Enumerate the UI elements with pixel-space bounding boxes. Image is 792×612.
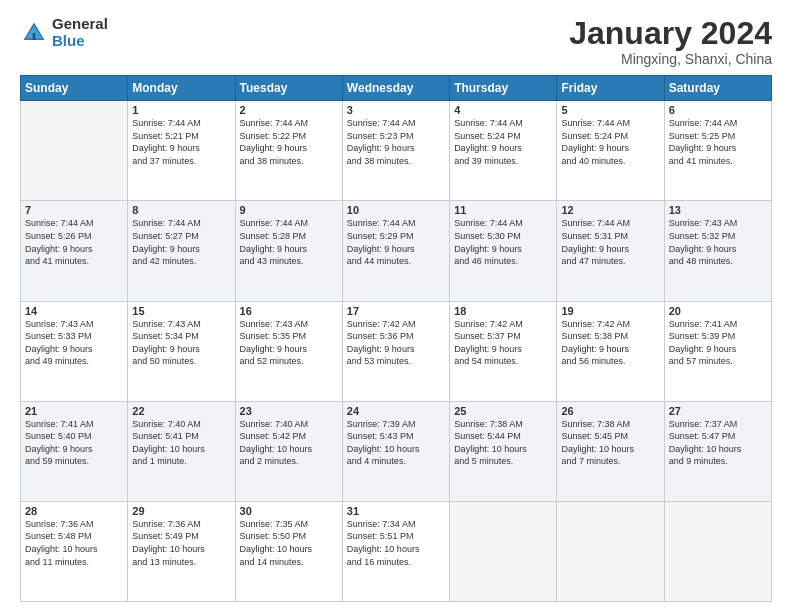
- calendar-cell: 31Sunrise: 7:34 AM Sunset: 5:51 PM Dayli…: [342, 501, 449, 601]
- calendar-cell: 9Sunrise: 7:44 AM Sunset: 5:28 PM Daylig…: [235, 201, 342, 301]
- day-number: 12: [561, 204, 659, 216]
- calendar-cell: 1Sunrise: 7:44 AM Sunset: 5:21 PM Daylig…: [128, 101, 235, 201]
- logo-icon: [20, 19, 48, 47]
- calendar-cell: 20Sunrise: 7:41 AM Sunset: 5:39 PM Dayli…: [664, 301, 771, 401]
- calendar-cell: 27Sunrise: 7:37 AM Sunset: 5:47 PM Dayli…: [664, 401, 771, 501]
- day-info: Sunrise: 7:36 AM Sunset: 5:49 PM Dayligh…: [132, 518, 230, 568]
- calendar-cell: 21Sunrise: 7:41 AM Sunset: 5:40 PM Dayli…: [21, 401, 128, 501]
- day-number: 5: [561, 104, 659, 116]
- calendar-cell: 18Sunrise: 7:42 AM Sunset: 5:37 PM Dayli…: [450, 301, 557, 401]
- calendar-cell: 13Sunrise: 7:43 AM Sunset: 5:32 PM Dayli…: [664, 201, 771, 301]
- day-number: 18: [454, 305, 552, 317]
- day-info: Sunrise: 7:41 AM Sunset: 5:40 PM Dayligh…: [25, 418, 123, 468]
- calendar-cell: 4Sunrise: 7:44 AM Sunset: 5:24 PM Daylig…: [450, 101, 557, 201]
- calendar-cell: 8Sunrise: 7:44 AM Sunset: 5:27 PM Daylig…: [128, 201, 235, 301]
- day-number: 9: [240, 204, 338, 216]
- day-info: Sunrise: 7:44 AM Sunset: 5:26 PM Dayligh…: [25, 217, 123, 267]
- day-number: 25: [454, 405, 552, 417]
- day-number: 7: [25, 204, 123, 216]
- calendar-cell: 26Sunrise: 7:38 AM Sunset: 5:45 PM Dayli…: [557, 401, 664, 501]
- calendar-cell: 3Sunrise: 7:44 AM Sunset: 5:23 PM Daylig…: [342, 101, 449, 201]
- day-number: 10: [347, 204, 445, 216]
- calendar-cell: 7Sunrise: 7:44 AM Sunset: 5:26 PM Daylig…: [21, 201, 128, 301]
- calendar-cell: 29Sunrise: 7:36 AM Sunset: 5:49 PM Dayli…: [128, 501, 235, 601]
- day-number: 29: [132, 505, 230, 517]
- calendar-cell: 11Sunrise: 7:44 AM Sunset: 5:30 PM Dayli…: [450, 201, 557, 301]
- day-number: 11: [454, 204, 552, 216]
- calendar-cell: 17Sunrise: 7:42 AM Sunset: 5:36 PM Dayli…: [342, 301, 449, 401]
- day-info: Sunrise: 7:35 AM Sunset: 5:50 PM Dayligh…: [240, 518, 338, 568]
- day-info: Sunrise: 7:40 AM Sunset: 5:41 PM Dayligh…: [132, 418, 230, 468]
- day-info: Sunrise: 7:44 AM Sunset: 5:23 PM Dayligh…: [347, 117, 445, 167]
- day-number: 30: [240, 505, 338, 517]
- day-number: 28: [25, 505, 123, 517]
- calendar-cell: 24Sunrise: 7:39 AM Sunset: 5:43 PM Dayli…: [342, 401, 449, 501]
- header: General Blue January 2024 Mingxing, Shan…: [20, 16, 772, 67]
- day-info: Sunrise: 7:44 AM Sunset: 5:24 PM Dayligh…: [454, 117, 552, 167]
- day-number: 8: [132, 204, 230, 216]
- day-info: Sunrise: 7:41 AM Sunset: 5:39 PM Dayligh…: [669, 318, 767, 368]
- calendar-week-row: 7Sunrise: 7:44 AM Sunset: 5:26 PM Daylig…: [21, 201, 772, 301]
- day-number: 15: [132, 305, 230, 317]
- day-info: Sunrise: 7:42 AM Sunset: 5:36 PM Dayligh…: [347, 318, 445, 368]
- day-number: 6: [669, 104, 767, 116]
- day-number: 26: [561, 405, 659, 417]
- day-number: 22: [132, 405, 230, 417]
- day-header-sunday: Sunday: [21, 76, 128, 101]
- calendar-cell: [557, 501, 664, 601]
- day-info: Sunrise: 7:38 AM Sunset: 5:44 PM Dayligh…: [454, 418, 552, 468]
- day-number: 16: [240, 305, 338, 317]
- calendar-cell: 10Sunrise: 7:44 AM Sunset: 5:29 PM Dayli…: [342, 201, 449, 301]
- calendar-week-row: 21Sunrise: 7:41 AM Sunset: 5:40 PM Dayli…: [21, 401, 772, 501]
- calendar-week-row: 1Sunrise: 7:44 AM Sunset: 5:21 PM Daylig…: [21, 101, 772, 201]
- day-info: Sunrise: 7:43 AM Sunset: 5:32 PM Dayligh…: [669, 217, 767, 267]
- logo-general-text: General: [52, 16, 108, 33]
- day-number: 27: [669, 405, 767, 417]
- calendar-week-row: 14Sunrise: 7:43 AM Sunset: 5:33 PM Dayli…: [21, 301, 772, 401]
- calendar-cell: 15Sunrise: 7:43 AM Sunset: 5:34 PM Dayli…: [128, 301, 235, 401]
- day-info: Sunrise: 7:39 AM Sunset: 5:43 PM Dayligh…: [347, 418, 445, 468]
- day-info: Sunrise: 7:42 AM Sunset: 5:38 PM Dayligh…: [561, 318, 659, 368]
- calendar-cell: 28Sunrise: 7:36 AM Sunset: 5:48 PM Dayli…: [21, 501, 128, 601]
- day-header-saturday: Saturday: [664, 76, 771, 101]
- day-info: Sunrise: 7:44 AM Sunset: 5:31 PM Dayligh…: [561, 217, 659, 267]
- day-number: 13: [669, 204, 767, 216]
- title-block: January 2024 Mingxing, Shanxi, China: [569, 16, 772, 67]
- page: General Blue January 2024 Mingxing, Shan…: [0, 0, 792, 612]
- day-number: 1: [132, 104, 230, 116]
- day-number: 20: [669, 305, 767, 317]
- calendar-cell: 19Sunrise: 7:42 AM Sunset: 5:38 PM Dayli…: [557, 301, 664, 401]
- day-info: Sunrise: 7:44 AM Sunset: 5:24 PM Dayligh…: [561, 117, 659, 167]
- day-number: 14: [25, 305, 123, 317]
- day-info: Sunrise: 7:44 AM Sunset: 5:28 PM Dayligh…: [240, 217, 338, 267]
- calendar-table: SundayMondayTuesdayWednesdayThursdayFrid…: [20, 75, 772, 602]
- day-header-monday: Monday: [128, 76, 235, 101]
- day-info: Sunrise: 7:40 AM Sunset: 5:42 PM Dayligh…: [240, 418, 338, 468]
- calendar-cell: 5Sunrise: 7:44 AM Sunset: 5:24 PM Daylig…: [557, 101, 664, 201]
- location: Mingxing, Shanxi, China: [569, 51, 772, 67]
- month-title: January 2024: [569, 16, 772, 51]
- calendar-cell: 6Sunrise: 7:44 AM Sunset: 5:25 PM Daylig…: [664, 101, 771, 201]
- day-info: Sunrise: 7:42 AM Sunset: 5:37 PM Dayligh…: [454, 318, 552, 368]
- day-info: Sunrise: 7:36 AM Sunset: 5:48 PM Dayligh…: [25, 518, 123, 568]
- day-number: 21: [25, 405, 123, 417]
- calendar-header-row: SundayMondayTuesdayWednesdayThursdayFrid…: [21, 76, 772, 101]
- day-info: Sunrise: 7:37 AM Sunset: 5:47 PM Dayligh…: [669, 418, 767, 468]
- day-info: Sunrise: 7:44 AM Sunset: 5:22 PM Dayligh…: [240, 117, 338, 167]
- calendar-cell: 2Sunrise: 7:44 AM Sunset: 5:22 PM Daylig…: [235, 101, 342, 201]
- day-header-friday: Friday: [557, 76, 664, 101]
- day-header-thursday: Thursday: [450, 76, 557, 101]
- day-info: Sunrise: 7:43 AM Sunset: 5:33 PM Dayligh…: [25, 318, 123, 368]
- day-info: Sunrise: 7:44 AM Sunset: 5:29 PM Dayligh…: [347, 217, 445, 267]
- day-number: 2: [240, 104, 338, 116]
- day-info: Sunrise: 7:44 AM Sunset: 5:25 PM Dayligh…: [669, 117, 767, 167]
- day-info: Sunrise: 7:44 AM Sunset: 5:30 PM Dayligh…: [454, 217, 552, 267]
- calendar-cell: 12Sunrise: 7:44 AM Sunset: 5:31 PM Dayli…: [557, 201, 664, 301]
- day-number: 19: [561, 305, 659, 317]
- day-info: Sunrise: 7:44 AM Sunset: 5:27 PM Dayligh…: [132, 217, 230, 267]
- day-info: Sunrise: 7:43 AM Sunset: 5:35 PM Dayligh…: [240, 318, 338, 368]
- calendar-week-row: 28Sunrise: 7:36 AM Sunset: 5:48 PM Dayli…: [21, 501, 772, 601]
- calendar-cell: [21, 101, 128, 201]
- logo-text: General Blue: [52, 16, 108, 49]
- day-number: 24: [347, 405, 445, 417]
